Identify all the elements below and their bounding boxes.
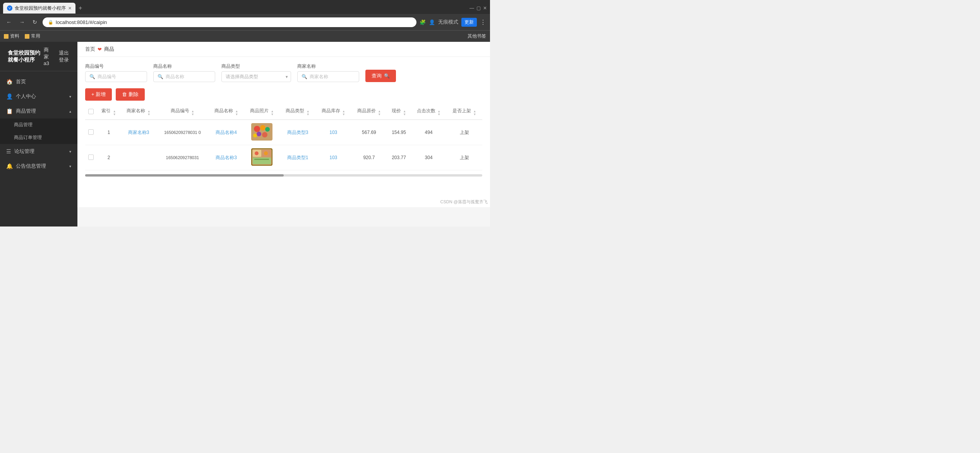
maximize-btn[interactable]: ▢ bbox=[476, 5, 481, 11]
update-button[interactable]: 更新 bbox=[461, 18, 477, 27]
bookmark-label-1: 资料 bbox=[10, 33, 19, 39]
close-btn[interactable]: ✕ bbox=[483, 5, 487, 11]
merchant-input[interactable] bbox=[310, 74, 355, 79]
minimize-btn[interactable]: — bbox=[469, 5, 474, 11]
main-content: 首页 ❤ 商品 商品编号 🔍 商品名称 bbox=[77, 42, 490, 226]
td-stock-1: 103 bbox=[315, 120, 351, 145]
th-name: 商品名称 ▲▼ bbox=[209, 105, 244, 120]
th-clicks: 点击次数 ▲▼ bbox=[411, 105, 447, 120]
bookmark-item-2[interactable]: 常用 bbox=[25, 33, 40, 39]
td-type-1: 商品类型3 bbox=[280, 120, 315, 145]
active-tab[interactable]: V 食堂校园预约就餐小程序 ✕ bbox=[3, 3, 75, 14]
th-current-price: 现价 ▲▼ bbox=[387, 105, 411, 120]
bookmark-label-2: 常用 bbox=[31, 33, 40, 39]
td-index-1: 1 bbox=[97, 120, 121, 145]
product-table: 索引 ▲▼ 商家名称 ▲▼ 商品编号 ▲▼ bbox=[85, 105, 482, 170]
svg-point-3 bbox=[265, 127, 270, 132]
sidebar-item-forum[interactable]: ☰ 论坛管理 ▾ bbox=[0, 144, 77, 159]
user-icon: 👤 bbox=[6, 93, 13, 100]
table-header-row: 索引 ▲▼ 商家名称 ▲▼ 商品编号 ▲▼ bbox=[85, 105, 482, 120]
sort-photo: ▲▼ bbox=[271, 110, 274, 116]
bookmark-item-1[interactable]: 资料 bbox=[4, 33, 19, 39]
merchant-label[interactable]: 商家 a3 bbox=[44, 46, 53, 66]
product-arrow: ▴ bbox=[69, 109, 71, 113]
search-field-merchant: 商家名称 🔍 bbox=[297, 63, 359, 82]
td-name-1: 商品名称4 bbox=[209, 120, 244, 145]
search-row: 商品编号 🔍 商品名称 🔍 商品类型 bbox=[85, 63, 482, 82]
home-icon: 🏠 bbox=[6, 79, 13, 85]
table-row: 2 16506209278031 商品名称3 bbox=[85, 145, 482, 170]
search-icon-code: 🔍 bbox=[89, 74, 95, 79]
bookmarks-right[interactable]: 其他书签 bbox=[468, 33, 486, 39]
sidebar-item-personal[interactable]: 👤 个人中心 ▾ bbox=[0, 89, 77, 104]
svg-rect-14 bbox=[254, 159, 269, 160]
svg-point-2 bbox=[260, 125, 266, 130]
sidebar-item-product-mgmt[interactable]: 📋 商品管理 ▴ bbox=[0, 104, 77, 118]
sidebar: 食堂校园预约就餐小程序 商家 a3 退出登录 🏠 首页 👤 个人中心 ▾ 📋 商… bbox=[0, 42, 77, 226]
sidebar-item-product-list[interactable]: 商品管理 bbox=[0, 118, 77, 131]
search-button[interactable]: 查询 🔍 bbox=[365, 70, 396, 82]
new-tab-button[interactable]: + bbox=[75, 5, 85, 12]
sidebar-item-product-orders[interactable]: 商品订单管理 bbox=[0, 131, 77, 144]
refresh-button[interactable]: ↻ bbox=[30, 17, 39, 27]
delete-btn-label: 🗑 删除 bbox=[122, 91, 139, 98]
svg-point-13 bbox=[264, 151, 268, 155]
tab-close-btn[interactable]: ✕ bbox=[68, 6, 72, 11]
profile-icon: 👤 bbox=[429, 19, 435, 25]
td-photo-2 bbox=[244, 145, 280, 170]
type-select[interactable]: 请选择商品类型 bbox=[221, 71, 291, 82]
sort-name: ▲▼ bbox=[235, 110, 238, 116]
td-photo-1 bbox=[244, 120, 280, 145]
search-icon-merchant: 🔍 bbox=[302, 74, 307, 79]
sidebar-menu: 🏠 首页 👤 个人中心 ▾ 📋 商品管理 ▴ 商品管理 商品订单管理 bbox=[0, 71, 77, 177]
sidebar-item-notice[interactable]: 🔔 公告信息管理 ▾ bbox=[0, 159, 77, 173]
csdn-watermark: CSDN @落霞与孤鹜齐飞 bbox=[440, 199, 488, 205]
merchant-search-label: 商家名称 bbox=[297, 63, 359, 70]
url-text: localhost:8081/#/caipin bbox=[56, 19, 107, 25]
select-all-checkbox[interactable] bbox=[88, 109, 94, 114]
td-original-price-1: 567.69 bbox=[351, 120, 387, 145]
row2-checkbox[interactable] bbox=[88, 154, 94, 160]
sidebar-item-home[interactable]: 🏠 首页 bbox=[0, 74, 77, 89]
notice-arrow: ▾ bbox=[69, 164, 71, 168]
scroll-thumb[interactable] bbox=[85, 174, 284, 177]
action-row: + 新增 🗑 删除 bbox=[77, 86, 490, 105]
search-section: 商品编号 🔍 商品名称 🔍 商品类型 bbox=[77, 57, 490, 86]
td-clicks-1: 494 bbox=[411, 120, 447, 145]
notice-icon: 🔔 bbox=[6, 163, 13, 169]
th-original-price: 商品原价 ▲▼ bbox=[351, 105, 387, 120]
code-input[interactable] bbox=[98, 74, 143, 79]
svg-point-4 bbox=[257, 132, 261, 136]
name-input[interactable] bbox=[166, 74, 211, 79]
logout-button[interactable]: 退出登录 bbox=[59, 50, 70, 63]
address-bar[interactable]: 🔒 localhost:8081/#/caipin bbox=[43, 17, 416, 27]
sidebar-notice-label: 公告信息管理 bbox=[16, 163, 46, 170]
svg-point-5 bbox=[262, 132, 267, 137]
th-merchant: 商家名称 ▲▼ bbox=[121, 105, 156, 120]
code-label: 商品编号 bbox=[85, 63, 147, 70]
td-merchant-1: 商家名称3 bbox=[121, 120, 156, 145]
td-code-1: 16506209278031 0 bbox=[156, 120, 208, 145]
type-label: 商品类型 bbox=[221, 63, 291, 70]
table-container: 索引 ▲▼ 商家名称 ▲▼ 商品编号 ▲▼ bbox=[77, 105, 490, 170]
scroll-track[interactable] bbox=[85, 174, 482, 177]
forward-button[interactable]: → bbox=[17, 17, 27, 27]
personal-arrow: ▾ bbox=[69, 94, 71, 99]
th-photo: 商品照片 ▲▼ bbox=[244, 105, 280, 120]
th-type: 商品类型 ▲▼ bbox=[280, 105, 315, 120]
menu-icon[interactable]: ⋮ bbox=[480, 19, 486, 26]
svg-point-12 bbox=[255, 151, 259, 155]
user-actions: 商家 a3 退出登录 bbox=[44, 46, 70, 66]
table-row: 1 商家名称3 16506209278031 0 商品名称4 bbox=[85, 120, 482, 145]
add-button[interactable]: + 新增 bbox=[85, 88, 112, 101]
td-name-2: 商品名称3 bbox=[209, 145, 244, 170]
th-code: 商品编号 ▲▼ bbox=[156, 105, 208, 120]
breadcrumb-home[interactable]: 首页 bbox=[85, 46, 95, 53]
row1-checkbox[interactable] bbox=[88, 129, 94, 135]
delete-button[interactable]: 🗑 删除 bbox=[116, 88, 145, 101]
sidebar-forum-label: 论坛管理 bbox=[14, 148, 34, 155]
sidebar-home-label: 首页 bbox=[16, 78, 26, 85]
lock-icon: 🔒 bbox=[48, 20, 53, 25]
back-button[interactable]: ← bbox=[4, 17, 14, 27]
app-header: 食堂校园预约就餐小程序 商家 a3 退出登录 bbox=[0, 42, 77, 71]
